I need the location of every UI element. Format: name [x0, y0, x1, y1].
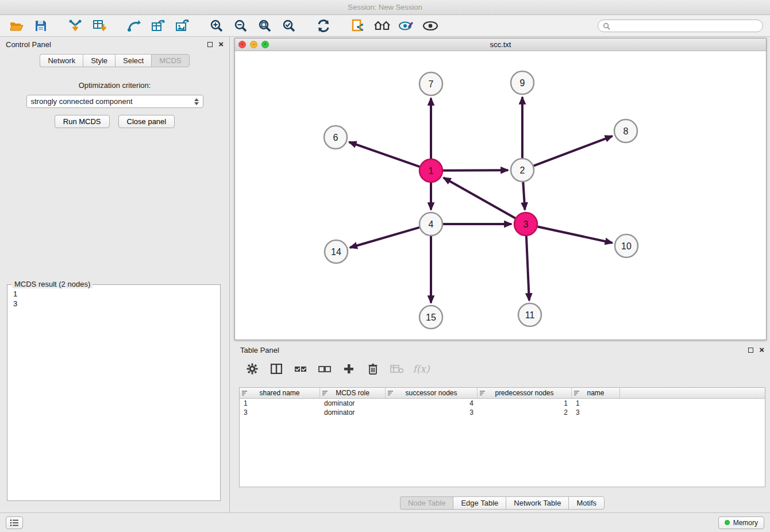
run-mcds-button[interactable]: Run MCDS — [55, 115, 110, 128]
node-8[interactable]: 8 — [614, 119, 637, 142]
copy-network-button[interactable] — [348, 17, 368, 34]
table-tab-edge-table[interactable]: Edge Table — [453, 496, 506, 510]
tab-select[interactable]: Select — [115, 54, 151, 67]
header-cell-mcds-role[interactable]: MCDS role — [320, 388, 386, 398]
edge-1-2[interactable] — [443, 170, 508, 171]
table-cell[interactable]: dominator — [320, 399, 386, 408]
control-panel-title: Control Panel — [6, 40, 51, 49]
zoom-window-icon[interactable] — [261, 41, 269, 48]
import-network-button[interactable] — [66, 17, 85, 34]
table-cell[interactable]: 2 — [478, 408, 572, 417]
edge-4-14[interactable] — [350, 228, 419, 248]
status-bar: Memory — [0, 512, 770, 532]
node-11[interactable]: 11 — [518, 303, 541, 326]
node-6[interactable]: 6 — [324, 126, 347, 149]
node-3[interactable]: 3 — [514, 213, 537, 236]
network-analyzer-button[interactable] — [372, 17, 392, 34]
deselect-all-button[interactable] — [317, 361, 332, 376]
table-tab-node-table[interactable]: Node Table — [400, 496, 453, 510]
table-cell[interactable]: dominator — [320, 408, 386, 417]
edge-3-11[interactable] — [526, 236, 529, 300]
close-window-icon[interactable] — [238, 41, 246, 48]
table-panel: Table Panel × — [234, 342, 770, 512]
network-window: scc.txt 7968124314101511 — [234, 38, 767, 340]
function-builder-button[interactable]: f(x) — [414, 361, 429, 376]
network-canvas[interactable]: 7968124314101511 — [235, 51, 766, 340]
result-item[interactable]: 1 — [13, 289, 214, 299]
new-network-button[interactable] — [124, 17, 144, 34]
node-1[interactable]: 1 — [419, 159, 442, 182]
table-row[interactable]: 1dominator411 — [240, 399, 765, 408]
optimization-label: Optimization criterion: — [0, 81, 229, 90]
header-cell-predecessor-nodes[interactable]: predecessor nodes — [478, 388, 572, 398]
table-cell[interactable]: 4 — [386, 399, 478, 408]
export-image-button[interactable] — [172, 17, 192, 34]
table-cell[interactable]: 3 — [572, 408, 620, 417]
table-cell[interactable]: 3 — [240, 408, 320, 417]
table-tab-network-table[interactable]: Network Table — [506, 496, 568, 510]
edge-3-1[interactable] — [444, 178, 515, 218]
node-4[interactable]: 4 — [419, 213, 442, 236]
header-cell-shared-name[interactable]: shared name — [240, 388, 320, 398]
gear-button[interactable] — [245, 361, 260, 376]
add-column-button[interactable] — [341, 361, 356, 376]
eye-button[interactable] — [421, 17, 440, 34]
minimize-window-icon[interactable] — [250, 41, 257, 48]
edge-2-3[interactable] — [523, 182, 525, 210]
task-history-button[interactable] — [6, 516, 23, 529]
add-column-icon — [344, 364, 354, 374]
zoom-fit-button[interactable] — [255, 17, 275, 34]
select-all-button[interactable] — [293, 361, 308, 376]
node-15[interactable]: 15 — [419, 306, 442, 329]
node-2[interactable]: 2 — [511, 159, 534, 182]
open-session-button[interactable] — [7, 17, 26, 34]
result-item[interactable]: 3 — [13, 299, 214, 309]
new-network-icon — [127, 20, 141, 32]
control-panel-close-icon[interactable]: × — [218, 41, 224, 47]
delete-button[interactable] — [365, 361, 380, 376]
select-all-icon — [294, 364, 307, 373]
save-session-icon — [35, 20, 47, 32]
chevron-updown-icon — [194, 98, 199, 105]
tab-mcds[interactable]: MCDS — [151, 54, 189, 67]
table-cell[interactable]: 1 — [240, 399, 320, 408]
export-table-button[interactable] — [148, 17, 168, 34]
table-row[interactable]: 3dominator323 — [240, 408, 765, 417]
node-10[interactable]: 10 — [615, 234, 638, 257]
zoom-out-button[interactable] — [231, 17, 251, 34]
apply-layout-button[interactable] — [314, 17, 333, 34]
header-cell-successor-nodes[interactable]: successor nodes — [386, 388, 478, 398]
table-toolbar: f(x) — [239, 358, 765, 379]
mcds-result-list[interactable]: 13 — [7, 285, 220, 313]
search-box[interactable] — [598, 20, 763, 32]
edge-3-10[interactable] — [538, 226, 613, 242]
table-cell[interactable]: 1 — [478, 399, 572, 408]
import-table-button[interactable] — [90, 17, 109, 34]
table-cell[interactable]: 3 — [386, 408, 478, 417]
node-14[interactable]: 14 — [325, 240, 348, 263]
save-session-button[interactable] — [31, 17, 51, 34]
delete-table-button[interactable] — [390, 361, 405, 376]
table-panel-close-icon[interactable]: × — [759, 347, 764, 353]
zoom-selected-button[interactable] — [279, 17, 299, 34]
optimization-dropdown[interactable]: strongly connected component — [26, 95, 203, 108]
column-button[interactable] — [269, 361, 284, 376]
node-9[interactable]: 9 — [511, 71, 534, 94]
table-cell[interactable]: 1 — [572, 399, 620, 408]
control-panel-float-icon[interactable] — [207, 42, 213, 47]
tab-style[interactable]: Style — [83, 54, 115, 67]
edge-2-8[interactable] — [534, 136, 613, 166]
deselect-all-icon — [318, 364, 331, 373]
table-panel-float-icon[interactable] — [748, 348, 753, 353]
table-tab-motifs[interactable]: Motifs — [568, 496, 605, 510]
node-7[interactable]: 7 — [419, 72, 442, 95]
close-panel-button[interactable]: Close panel — [118, 115, 175, 128]
zoom-in-button[interactable] — [207, 17, 226, 34]
zoom-selected-icon — [282, 19, 296, 33]
header-cell-name[interactable]: name — [572, 388, 620, 398]
edge-1-6[interactable] — [349, 142, 420, 167]
tab-network[interactable]: Network — [40, 54, 83, 67]
memory-button[interactable]: Memory — [718, 516, 764, 529]
style-button[interactable] — [396, 17, 416, 34]
search-input[interactable] — [613, 22, 758, 30]
